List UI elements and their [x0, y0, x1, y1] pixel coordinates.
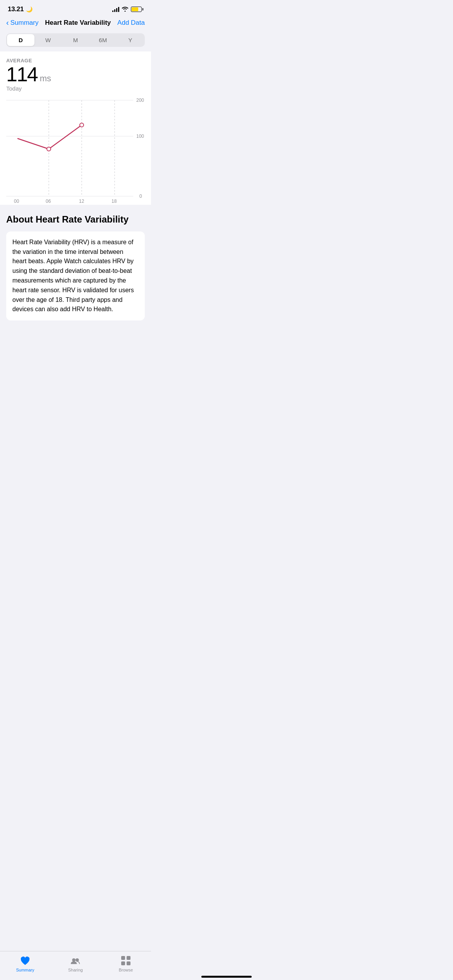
add-data-button[interactable]: Add Data: [117, 19, 145, 27]
average-date: Today: [6, 85, 145, 92]
chart-svg: 200 100 0 00 06: [6, 96, 145, 205]
svg-text:06: 06: [46, 199, 51, 204]
back-button[interactable]: ‹ Summary: [6, 19, 38, 27]
battery-icon: [131, 7, 143, 12]
svg-text:200: 200: [136, 98, 144, 103]
svg-text:12: 12: [79, 199, 84, 204]
about-description: Heart Rate Variability (HRV) is a measur…: [12, 238, 139, 314]
svg-rect-0: [6, 96, 145, 205]
page-title: Heart Rate Variability: [45, 19, 111, 27]
svg-text:0: 0: [139, 194, 142, 199]
average-unit: ms: [40, 74, 51, 84]
about-card: Heart Rate Variability (HRV) is a measur…: [6, 231, 145, 320]
svg-text:18: 18: [112, 199, 117, 204]
svg-text:100: 100: [136, 134, 144, 139]
main-content: AVERAGE 114 ms Today 200 100 0: [0, 51, 151, 205]
chart-container: 200 100 0 00 06: [6, 96, 145, 205]
wifi-icon: [122, 6, 129, 13]
average-label: AVERAGE: [6, 58, 145, 63]
about-title: About Heart Rate Variability: [6, 214, 145, 225]
svg-text:00: 00: [14, 199, 19, 204]
about-section: About Heart Rate Variability Heart Rate …: [0, 205, 151, 327]
svg-point-11: [47, 147, 51, 151]
svg-point-12: [80, 123, 84, 127]
period-btn-m[interactable]: M: [62, 34, 89, 46]
period-selector: D W M 6M Y: [6, 33, 145, 47]
average-value-row: 114 ms: [6, 64, 145, 84]
back-label: Summary: [10, 19, 39, 27]
period-btn-y[interactable]: Y: [117, 34, 144, 46]
chevron-left-icon: ‹: [6, 18, 9, 27]
signal-icon: [112, 7, 119, 12]
nav-bar: ‹ Summary Heart Rate Variability Add Dat…: [0, 15, 151, 32]
period-btn-6m[interactable]: 6M: [89, 34, 117, 46]
period-btn-d[interactable]: D: [7, 34, 34, 46]
status-time: 13.21: [8, 5, 24, 13]
status-icons: [112, 6, 143, 13]
status-bar: 13.21 🌙: [0, 0, 151, 15]
period-btn-w[interactable]: W: [34, 34, 62, 46]
average-value: 114: [6, 64, 38, 84]
moon-icon: 🌙: [26, 6, 33, 12]
